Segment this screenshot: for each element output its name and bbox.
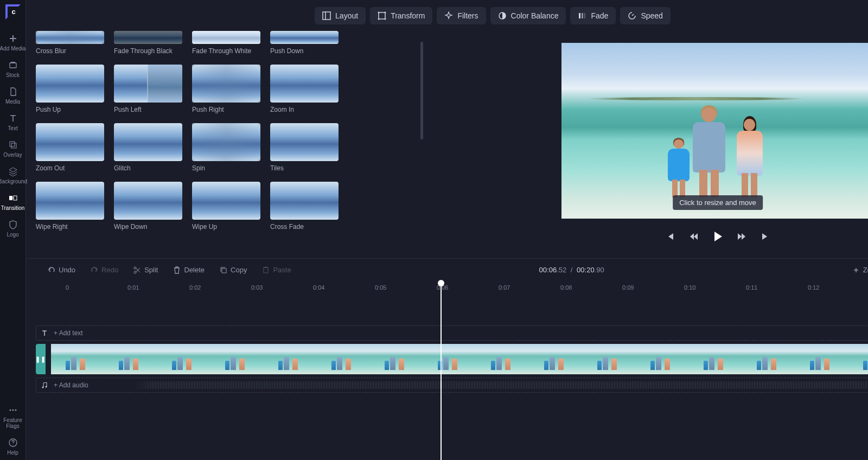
svg-point-14 bbox=[385, 11, 386, 13]
zoom-in-button[interactable]: Zoom In bbox=[847, 263, 868, 277]
transform-button[interactable]: Transform bbox=[370, 7, 432, 24]
svg-point-27 bbox=[46, 386, 47, 388]
preview-viewport[interactable]: Click to resize and move bbox=[561, 43, 868, 219]
transition-push-left[interactable]: Push Left bbox=[114, 65, 182, 113]
svg-rect-24 bbox=[264, 267, 268, 273]
transition-push-down[interactable]: Push Down bbox=[270, 31, 339, 55]
transition-spin[interactable]: Spin bbox=[192, 123, 260, 172]
transition-zoom-out[interactable]: Zoom Out bbox=[36, 123, 104, 172]
audio-track[interactable]: + Add audio bbox=[36, 378, 868, 393]
timeline-toolbar: Undo Redo Split Delete Copy Paste 00:06.… bbox=[26, 258, 868, 281]
music-icon bbox=[41, 381, 48, 389]
svg-rect-10 bbox=[323, 12, 330, 20]
svg-rect-3 bbox=[11, 143, 16, 148]
layout-button[interactable]: Layout bbox=[315, 7, 366, 24]
video-clip-strip[interactable] bbox=[51, 344, 868, 374]
forward-button[interactable] bbox=[733, 228, 750, 245]
text-track[interactable]: + Add text bbox=[36, 325, 868, 341]
sidebar-label: Feature Flags bbox=[3, 417, 22, 429]
transition-wipe-down[interactable]: Wipe Down bbox=[114, 182, 182, 231]
filters-button[interactable]: Filters bbox=[437, 7, 486, 24]
sidebar-item-help[interactable]: Help bbox=[3, 433, 22, 460]
svg-rect-0 bbox=[10, 63, 16, 68]
rewind-button[interactable] bbox=[686, 228, 702, 245]
svg-point-15 bbox=[378, 18, 380, 20]
transitions-panel: Cross BlurFade Through BlackFade Through… bbox=[26, 31, 427, 258]
svg-rect-18 bbox=[579, 13, 580, 18]
sidebar-label: Help bbox=[7, 450, 18, 456]
transition-cross-blur[interactable]: Cross Blur bbox=[36, 31, 104, 55]
speed-button[interactable]: Speed bbox=[620, 7, 670, 24]
split-button[interactable]: Split bbox=[128, 263, 163, 277]
svg-rect-19 bbox=[582, 13, 583, 18]
add-audio-label: + Add audio bbox=[54, 381, 88, 389]
fade-button[interactable]: Fade bbox=[570, 7, 616, 24]
svg-point-8 bbox=[15, 410, 16, 411]
player-controls bbox=[662, 228, 774, 245]
add-text-label: + Add text bbox=[54, 329, 83, 337]
clip-handle-left[interactable]: ❚❚ bbox=[36, 344, 46, 374]
sidebar-item-text[interactable]: Text bbox=[0, 109, 27, 136]
transition-tiles[interactable]: Tiles bbox=[270, 123, 339, 172]
transition-glitch[interactable]: Glitch bbox=[114, 123, 182, 172]
ruler-mark: 0:12 bbox=[808, 284, 819, 291]
transition-push-right[interactable]: Push Right bbox=[192, 65, 260, 113]
svg-point-16 bbox=[385, 18, 386, 20]
delete-button[interactable]: Delete bbox=[168, 263, 210, 277]
color-balance-button[interactable]: Color Balance bbox=[490, 7, 566, 24]
sidebar-label: Overlay bbox=[3, 152, 22, 158]
svg-rect-1 bbox=[11, 62, 15, 63]
text-icon bbox=[41, 329, 48, 337]
app-logo[interactable] bbox=[5, 4, 21, 20]
sidebar-label: Media bbox=[5, 99, 20, 105]
svg-point-22 bbox=[134, 271, 136, 273]
sidebar-item-background[interactable]: Background bbox=[0, 162, 27, 189]
preview-panel: Click to resize and move bbox=[427, 31, 868, 258]
sidebar-item-add-media[interactable]: Add Media bbox=[0, 29, 27, 56]
ruler-mark: 0:02 bbox=[189, 284, 201, 291]
undo-button[interactable]: Undo bbox=[42, 263, 81, 277]
video-track[interactable]: ❚❚ bbox=[36, 344, 868, 374]
preview-hint: Click to resize and move bbox=[673, 195, 763, 210]
transition-fade-white[interactable]: Fade Through White bbox=[192, 31, 260, 55]
svg-point-6 bbox=[9, 410, 11, 411]
sidebar-item-transition[interactable]: Transition bbox=[0, 189, 27, 215]
scrollbar-thumb[interactable] bbox=[420, 42, 423, 139]
redo-button[interactable]: Redo bbox=[85, 263, 124, 277]
ruler-mark: 0:04 bbox=[313, 284, 324, 291]
skip-end-button[interactable] bbox=[757, 228, 774, 245]
left-sidebar: Add MediaStockMediaTextOverlayBackground… bbox=[0, 0, 26, 460]
sidebar-item-feature-flags[interactable]: Feature Flags bbox=[3, 401, 22, 433]
sidebar-item-media[interactable]: Media bbox=[0, 82, 27, 109]
svg-rect-23 bbox=[222, 269, 226, 273]
playhead[interactable] bbox=[441, 281, 442, 460]
ruler-mark: 0:05 bbox=[375, 284, 386, 291]
svg-point-13 bbox=[378, 11, 380, 13]
transition-zoom-in[interactable]: Zoom In bbox=[270, 65, 339, 113]
ruler-mark: 0:08 bbox=[560, 284, 572, 291]
copy-button[interactable]: Copy bbox=[214, 263, 252, 277]
timeline[interactable]: 00:010:020:030:040:050:060:070:080:090:1… bbox=[26, 281, 868, 460]
timecode-display: 00:06.52 / 00:20.90 bbox=[539, 266, 604, 274]
sidebar-label: Text bbox=[8, 125, 17, 131]
time-ruler[interactable]: 00:010:020:030:040:050:060:070:080:090:1… bbox=[36, 281, 868, 296]
svg-point-26 bbox=[42, 387, 44, 388]
transition-wipe-right[interactable]: Wipe Right bbox=[36, 182, 104, 231]
transition-wipe-up[interactable]: Wipe Up bbox=[192, 182, 260, 231]
transition-fade-black[interactable]: Fade Through Black bbox=[114, 31, 182, 55]
transition-push-up[interactable]: Push Up bbox=[36, 65, 104, 113]
transition-cross-fade[interactable]: Cross Fade bbox=[270, 182, 339, 231]
sidebar-item-overlay[interactable]: Overlay bbox=[0, 136, 27, 162]
sidebar-label: Add Media bbox=[0, 46, 25, 52]
sidebar-item-logo[interactable]: Logo bbox=[0, 215, 27, 242]
sidebar-label: Stock bbox=[6, 72, 20, 78]
paste-button[interactable]: Paste bbox=[257, 263, 296, 277]
skip-start-button[interactable] bbox=[662, 228, 678, 245]
ruler-mark: 0:07 bbox=[499, 284, 510, 291]
sidebar-item-stock[interactable]: Stock bbox=[0, 56, 27, 82]
play-button[interactable] bbox=[710, 228, 726, 245]
ruler-mark: 0:11 bbox=[746, 284, 757, 291]
sidebar-label: Transition bbox=[1, 205, 25, 211]
ruler-mark: 0:01 bbox=[127, 284, 139, 291]
audio-waveform bbox=[134, 381, 868, 389]
